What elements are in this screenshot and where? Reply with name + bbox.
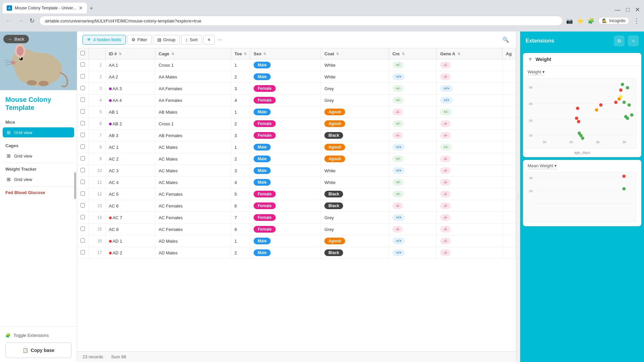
row-checkbox-cell[interactable] [77,200,89,212]
filter-button[interactable]: ⚙ Filter [127,35,152,45]
table-row[interactable]: 7 AB 3 AB Females 3 Female Black -/- -/- [77,130,516,141]
row-checkbox[interactable] [80,144,85,149]
menu-icon[interactable]: ⋮ [633,17,640,25]
table-row[interactable]: 17 AD 2 AD Males 2 Male Black +/+ -/- [77,247,516,259]
row-checkbox-cell[interactable] [77,188,89,200]
row-checkbox[interactable] [80,62,85,67]
row-checkbox-cell[interactable] [77,95,89,106]
row-checkbox[interactable] [80,168,85,172]
close-icon[interactable]: ✕ [635,6,640,13]
row-checkbox-cell[interactable] [77,71,89,83]
coat-header[interactable]: Coat ⇅ [321,48,389,59]
row-checkbox[interactable] [80,215,85,219]
cage-header[interactable]: Cage ⇅ [155,48,231,59]
group-button[interactable]: ▤ Group [153,35,180,45]
table-row[interactable]: 13 AC 6 AC Females 6 Female Black -/- -/… [77,200,516,212]
checkbox-header[interactable] [77,48,89,59]
row-checkbox[interactable] [80,121,85,125]
table-row[interactable]: 16 AD 1 AD Males 1 Male Agouti +/+ -/- [77,235,516,247]
minimize-icon[interactable]: — [614,6,621,13]
toggle-extensions-button[interactable]: 🧩 Toggle Extensions [5,331,49,340]
sex-header[interactable]: Sex ⇅ [250,48,321,59]
row-checkbox[interactable] [80,227,85,231]
tab-close-button[interactable]: ✕ [79,5,83,11]
weight-section-collapse-icon[interactable]: ▼ [528,56,533,62]
extensions-settings-button[interactable]: ⚙ [614,36,625,46]
row-checkbox[interactable] [80,74,85,78]
copy-base-button[interactable]: 📋 Copy base [5,343,71,358]
row-checkbox[interactable] [80,98,85,102]
row-checkbox[interactable] [80,238,85,243]
mice-grid-view-item[interactable]: ⊞ Grid view [3,127,74,137]
row-checkbox-cell[interactable] [77,224,89,235]
table-row[interactable]: 15 AC 8 AC Females 8 Female Grey -/- -/- [77,224,516,235]
forward-nav-button[interactable]: → [16,16,25,26]
row-checkbox-cell[interactable] [77,177,89,188]
row-checkbox-cell[interactable] [77,165,89,177]
weight-dropdown[interactable]: Weight ▾ [528,69,545,75]
active-tab[interactable]: A Mouse Colony Template - Univer... ✕ [3,3,87,13]
row-checkbox-cell[interactable] [77,59,89,71]
table-row[interactable]: 11 AC 4 AC Males 4 Male White +/- -/- [77,177,516,188]
row-checkbox-cell[interactable] [77,235,89,247]
select-all-checkbox[interactable] [80,51,85,55]
more-button[interactable]: ··· [216,36,223,44]
row-checkbox-cell[interactable] [77,247,89,259]
row-checkbox[interactable] [80,86,85,90]
cre-header[interactable]: Cre ⇅ [389,48,437,59]
camera-icon[interactable]: 📷 [566,18,573,24]
extensions-add-button[interactable]: + [628,36,639,46]
row-checkbox-cell[interactable] [77,130,89,141]
row-checkbox-cell[interactable] [77,153,89,165]
row-checkbox-cell[interactable] [77,106,89,118]
extension-icon[interactable]: 🧩 [588,18,594,24]
row-checkbox-cell[interactable] [77,141,89,153]
ag-header[interactable]: Ag [502,48,516,59]
restore-icon[interactable]: □ [626,6,630,13]
row-checkbox[interactable] [80,180,85,184]
table-row[interactable]: 5 AB 1 AB Males 1 Male Agouti -/- +/- [77,106,516,118]
row-checkbox[interactable] [80,133,85,137]
gene-a-header[interactable]: Gene A ⇅ [437,48,502,59]
row-checkbox-cell[interactable] [77,118,89,130]
row-checkbox-cell[interactable] [77,212,89,224]
hidden-fields-button[interactable]: 👁 4 hidden fields [83,35,126,45]
row-checkbox[interactable] [80,203,85,207]
row-toe-value: 7 [234,215,237,220]
table-row[interactable]: 12 AC 5 AC Females 5 Female Black +/- -/… [77,188,516,200]
back-nav-button[interactable]: ← [4,16,13,26]
resize-handle[interactable]: · · · [516,32,520,362]
table-row[interactable]: 3 AA 3 AA Females 3 Female Grey +/- +/+ [77,83,516,95]
table-row[interactable]: 9 AC 2 AC Males 2 Male Agouti +/- -/- [77,153,516,165]
row-checkbox[interactable] [80,109,85,114]
sidebar-scrollbar[interactable] [74,172,76,199]
row-checkbox[interactable] [80,156,85,161]
weight-tracker-grid-view-item[interactable]: ⊞ Grid view [3,174,74,184]
table-row[interactable]: 1 AA 1 Cross 1 1 Male White +/- -/- [77,59,516,71]
table-row[interactable]: 14 AC 7 AC Females 7 Female Grey +/+ -/- [77,212,516,224]
table-row[interactable]: 4 AA 4 AA Females 4 Female Grey +/- +/+ [77,95,516,106]
row-checkbox-cell[interactable] [77,83,89,95]
weight-dropdown-area: Weight ▾ [523,66,641,77]
incognito-button[interactable]: 🕵️ Incognito [598,17,629,24]
bookmark-icon[interactable]: ⭐ [577,18,584,24]
mean-weight-dropdown[interactable]: Mean Weight ▾ [528,163,557,169]
row-id-value: AB 1 [109,110,118,115]
back-button[interactable]: ← Back [3,35,29,43]
address-bar[interactable]: airtable.com/universe/expNULlrFct4YEIMC/… [39,16,563,26]
sort-button[interactable]: ↕ Sort [181,35,202,45]
row-height-button[interactable]: ≡ [203,35,215,45]
table-row[interactable]: 6 AB 2 Cross 1 2 Female Agouti +/- -/- [77,118,516,130]
search-button[interactable]: 🔍 [501,35,511,44]
table-row[interactable]: 2 AA 2 AA Males 2 Male White +/+ -/- [77,71,516,83]
row-checkbox[interactable] [80,250,85,254]
row-checkbox[interactable] [80,191,85,196]
new-tab-button[interactable]: + [87,4,96,13]
toe-header[interactable]: Toe ⇅ [231,48,250,59]
table-row[interactable]: 8 AC 1 AC Males 1 Male Agouti +/+ +/- [77,141,516,153]
cages-grid-view-item[interactable]: ⊞ Grid view [3,151,74,161]
table-row[interactable]: 10 AC 3 AC Males 3 Male White +/+ -/- [77,165,516,177]
id-header[interactable]: ID # ⇅ [105,48,155,59]
reload-button[interactable]: ↻ [28,16,36,26]
row-cre-cell: +/+ [389,71,437,83]
